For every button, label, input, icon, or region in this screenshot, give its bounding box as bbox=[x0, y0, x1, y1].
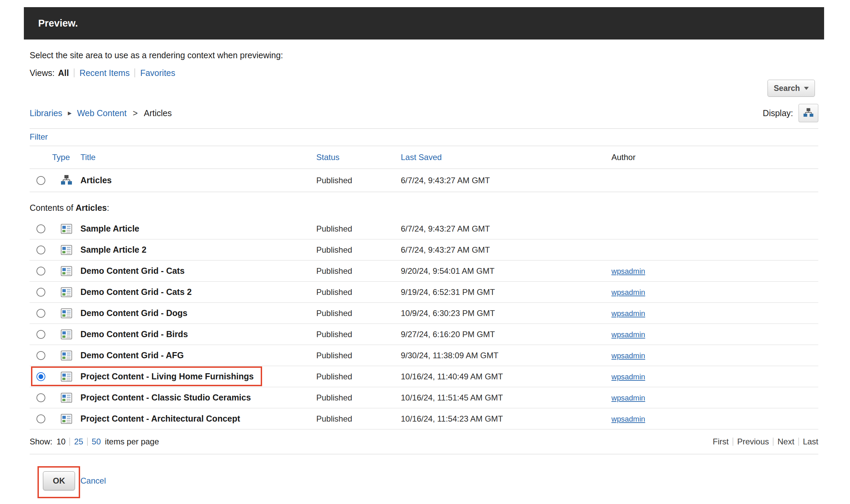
display-group: Display: bbox=[763, 104, 818, 122]
row-last-saved: 9/19/24, 6:52:31 PM GMT bbox=[401, 287, 611, 297]
pager-last[interactable]: Last bbox=[799, 437, 818, 446]
row-status: Published bbox=[316, 266, 401, 276]
content-item-icon bbox=[61, 245, 72, 255]
row-radio-cell bbox=[30, 351, 52, 360]
display-mode-button[interactable] bbox=[799, 104, 818, 122]
ok-button[interactable]: OK bbox=[43, 471, 75, 490]
page-size-10[interactable]: 10 bbox=[57, 437, 66, 446]
row-type-cell bbox=[52, 287, 80, 297]
row-radio-cell bbox=[30, 224, 52, 233]
row-title: Project Content - Classic Studio Ceramic… bbox=[80, 393, 316, 403]
view-favorites[interactable]: Favorites bbox=[140, 68, 175, 78]
view-all[interactable]: All bbox=[58, 68, 69, 78]
row-status: Published bbox=[316, 414, 401, 424]
row-author-link[interactable]: wpsadmin bbox=[611, 288, 645, 297]
column-header-status[interactable]: Status bbox=[316, 153, 401, 162]
row-last-saved: 9/20/24, 9:54:01 AM GMT bbox=[401, 266, 611, 276]
filter-bar: Filter bbox=[30, 128, 818, 146]
row-title: Demo Content Grid - Cats 2 bbox=[80, 287, 316, 297]
table-header: Type Title Status Last Saved Author bbox=[30, 146, 818, 169]
pager-next[interactable]: Next bbox=[773, 437, 798, 446]
views-label: Views: bbox=[30, 68, 55, 78]
row-author-link[interactable]: wpsadmin bbox=[611, 373, 645, 381]
row-title: Demo Content Grid - Cats bbox=[80, 266, 316, 276]
column-header-last-saved[interactable]: Last Saved bbox=[401, 153, 611, 162]
separator bbox=[74, 68, 74, 77]
row-type-cell bbox=[52, 329, 80, 340]
row-radio[interactable] bbox=[36, 224, 45, 233]
column-header-type[interactable]: Type bbox=[52, 153, 80, 162]
row-author-link[interactable]: wpsadmin bbox=[611, 309, 645, 318]
row-last-saved: 10/16/24, 11:40:49 AM GMT bbox=[401, 372, 611, 381]
separator bbox=[135, 68, 135, 77]
row-last-saved: 6/7/24, 9:43:27 AM GMT bbox=[401, 176, 611, 185]
row-status: Published bbox=[316, 330, 401, 339]
row-radio-cell bbox=[30, 288, 52, 297]
row-radio[interactable] bbox=[36, 330, 45, 339]
show-label: Show: bbox=[30, 437, 52, 446]
row-radio[interactable] bbox=[36, 309, 45, 318]
site-area-icon bbox=[60, 175, 73, 186]
row-radio[interactable] bbox=[36, 246, 45, 254]
column-header-author: Author bbox=[611, 153, 818, 162]
page-size-25[interactable]: 25 bbox=[74, 437, 83, 446]
filter-link[interactable]: Filter bbox=[30, 132, 48, 141]
site-hierarchy-icon bbox=[803, 108, 814, 119]
pager-previous[interactable]: Previous bbox=[733, 437, 773, 446]
row-type-cell bbox=[52, 245, 80, 255]
pager-first[interactable]: First bbox=[713, 437, 733, 446]
row-status: Published bbox=[316, 176, 401, 185]
contents-heading: Contents of Articles: bbox=[30, 192, 818, 218]
display-label: Display: bbox=[763, 108, 793, 118]
pagination: First Previous Next Last bbox=[713, 437, 818, 446]
row-author-link[interactable]: wpsadmin bbox=[611, 330, 645, 339]
views-bar: Views: All Recent Items Favorites bbox=[30, 67, 818, 79]
row-radio[interactable] bbox=[36, 351, 45, 360]
intro-text: Select the site area to use as a renderi… bbox=[30, 50, 818, 61]
content-item-icon bbox=[61, 372, 72, 382]
breadcrumb-web-content[interactable]: Web Content bbox=[77, 108, 126, 118]
search-button[interactable]: Search bbox=[768, 80, 815, 97]
row-radio[interactable] bbox=[36, 393, 45, 402]
breadcrumb-row: Libraries ▸ Web Content > Articles Displ… bbox=[30, 104, 818, 123]
column-header-title[interactable]: Title bbox=[80, 153, 316, 162]
row-author-cell: wpsadmin bbox=[611, 330, 818, 339]
row-radio-cell bbox=[30, 330, 52, 339]
content-item-icon bbox=[61, 350, 72, 361]
row-radio-cell bbox=[30, 309, 52, 318]
row-title: Project Content - Architectural Concept bbox=[80, 414, 316, 424]
row-last-saved: 9/27/24, 6:16:20 PM GMT bbox=[401, 330, 611, 339]
row-radio[interactable] bbox=[36, 414, 45, 423]
row-last-saved: 10/9/24, 6:30:23 PM GMT bbox=[401, 309, 611, 318]
row-author-link[interactable]: wpsadmin bbox=[611, 415, 645, 423]
row-last-saved: 10/16/24, 11:51:45 AM GMT bbox=[401, 393, 611, 403]
row-author-link[interactable]: wpsadmin bbox=[611, 351, 645, 360]
row-radio[interactable] bbox=[36, 267, 45, 275]
row-type-cell bbox=[52, 175, 80, 186]
preview-dialog: Preview. Select the site area to use as … bbox=[24, 7, 824, 502]
contents-heading-suffix: : bbox=[107, 203, 109, 212]
row-radio[interactable] bbox=[36, 288, 45, 297]
row-title: Demo Content Grid - Birds bbox=[80, 329, 316, 339]
cancel-link[interactable]: Cancel bbox=[80, 476, 106, 486]
row-type-cell bbox=[52, 414, 80, 424]
row-author-link[interactable]: wpsadmin bbox=[611, 267, 645, 275]
row-radio[interactable] bbox=[36, 372, 45, 381]
table-row-site-area: Articles Published 6/7/24, 9:43:27 AM GM… bbox=[30, 169, 818, 192]
row-last-saved: 10/16/24, 11:54:23 AM GMT bbox=[401, 414, 611, 424]
content-item-icon bbox=[61, 414, 72, 424]
row-radio[interactable] bbox=[36, 176, 45, 185]
table-row: Project Content - Living Home Furnishing… bbox=[30, 366, 818, 387]
breadcrumb-libraries[interactable]: Libraries bbox=[30, 108, 62, 118]
separator bbox=[70, 438, 70, 446]
table-row: Demo Content Grid - AFG Published 9/30/2… bbox=[30, 345, 818, 366]
content-item-icon bbox=[61, 224, 72, 234]
row-type-cell bbox=[52, 266, 80, 276]
row-radio-cell bbox=[30, 246, 52, 254]
content-item-icon bbox=[61, 287, 72, 297]
page-size-50[interactable]: 50 bbox=[92, 437, 101, 446]
view-recent-items[interactable]: Recent Items bbox=[79, 68, 130, 78]
row-author-link[interactable]: wpsadmin bbox=[611, 394, 645, 402]
row-type-cell bbox=[52, 308, 80, 318]
context-menu-arrow-icon[interactable]: ▸ bbox=[68, 109, 72, 117]
